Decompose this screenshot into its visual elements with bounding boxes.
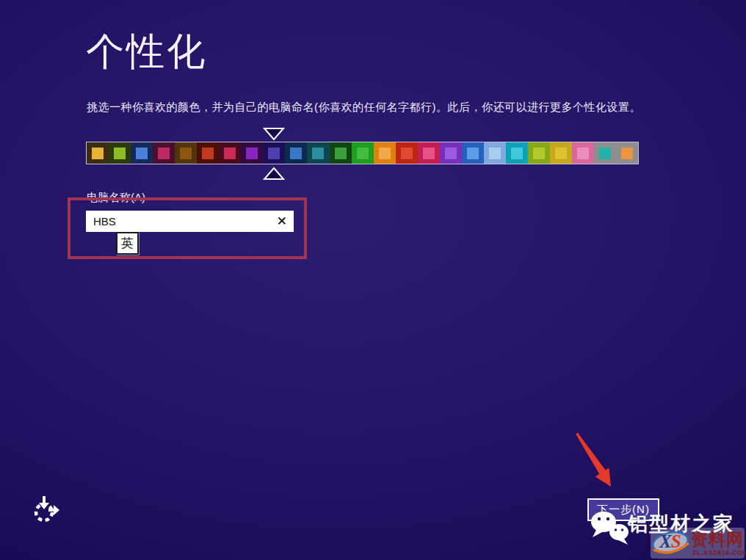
color-swatch-accent bbox=[445, 148, 457, 159]
color-swatch-accent bbox=[246, 148, 258, 159]
color-swatch-accent bbox=[577, 148, 589, 159]
color-swatch[interactable] bbox=[109, 142, 131, 164]
color-swatch-accent bbox=[401, 148, 413, 159]
color-swatch-accent bbox=[599, 148, 611, 159]
color-swatch[interactable] bbox=[374, 142, 396, 164]
color-swatch[interactable] bbox=[307, 142, 329, 164]
color-swatch[interactable] bbox=[484, 142, 506, 164]
color-swatch-accent bbox=[335, 148, 347, 159]
color-swatch-accent bbox=[92, 148, 104, 159]
ease-of-access-icon[interactable] bbox=[32, 495, 60, 525]
color-swatch-accent bbox=[136, 148, 148, 159]
color-swatch[interactable] bbox=[330, 142, 352, 164]
color-swatch-accent bbox=[290, 148, 302, 159]
color-swatch[interactable] bbox=[528, 142, 550, 164]
color-swatch-accent bbox=[202, 148, 214, 159]
color-swatch-accent bbox=[423, 148, 435, 159]
page-subtitle: 挑选一种你喜欢的颜色，并为自己的电脑命名(你喜欢的任何名字都行)。此后，你还可以… bbox=[87, 101, 641, 114]
color-swatch-accent bbox=[511, 148, 523, 159]
color-swatch-accent bbox=[555, 148, 567, 159]
color-swatch[interactable] bbox=[352, 142, 374, 164]
color-swatch[interactable] bbox=[396, 142, 418, 164]
color-swatch[interactable] bbox=[572, 142, 594, 164]
color-strip bbox=[86, 142, 639, 164]
color-swatch-accent bbox=[114, 148, 126, 159]
color-swatch-accent bbox=[533, 148, 545, 159]
color-swatch[interactable] bbox=[175, 142, 197, 164]
xs-logo-name: 资料网 bbox=[691, 528, 744, 551]
color-swatch-accent bbox=[224, 148, 236, 159]
ime-language-indicator[interactable]: 英 bbox=[116, 232, 139, 255]
color-swatch[interactable] bbox=[285, 142, 307, 164]
xs-logo-url: ZL.XS1616.COM bbox=[692, 549, 746, 556]
computer-name-label: 电脑名称(A) bbox=[87, 191, 145, 205]
color-swatch[interactable] bbox=[197, 142, 219, 164]
color-swatch-accent bbox=[312, 148, 324, 159]
color-swatch[interactable] bbox=[87, 142, 109, 164]
color-swatch[interactable] bbox=[153, 142, 175, 164]
personalize-setup-screen: 个性化 挑选一种你喜欢的颜色，并为自己的电脑命名(你喜欢的任何名字都行)。此后，… bbox=[0, 0, 746, 560]
color-swatch[interactable] bbox=[594, 142, 616, 164]
color-swatch[interactable] bbox=[440, 142, 462, 164]
selected-color-arrow-top-icon bbox=[263, 127, 285, 141]
color-swatch-accent bbox=[180, 148, 192, 159]
color-swatch[interactable] bbox=[462, 142, 484, 164]
color-swatch[interactable] bbox=[616, 142, 638, 164]
color-swatch[interactable] bbox=[550, 142, 572, 164]
xs-logo-letters: XS bbox=[659, 531, 681, 552]
computer-name-field-wrap: ✕ bbox=[86, 211, 294, 232]
selected-color-arrow-bottom-icon bbox=[263, 167, 285, 181]
color-swatch-accent bbox=[467, 148, 479, 159]
color-swatch-accent bbox=[489, 148, 501, 159]
color-swatch[interactable] bbox=[506, 142, 528, 164]
color-swatch[interactable] bbox=[131, 142, 153, 164]
color-swatch-accent bbox=[379, 148, 391, 159]
color-swatch[interactable] bbox=[219, 142, 241, 164]
color-swatch[interactable] bbox=[263, 142, 285, 164]
xs-site-logo: XS 资料网 ZL.XS1616.COM bbox=[651, 528, 745, 559]
color-swatch-accent bbox=[357, 148, 369, 159]
color-swatch-accent bbox=[621, 148, 633, 159]
clear-input-icon[interactable]: ✕ bbox=[277, 213, 287, 230]
wechat-icon bbox=[587, 509, 633, 549]
color-swatch-accent bbox=[158, 148, 170, 159]
computer-name-input[interactable] bbox=[86, 211, 262, 232]
color-swatch-accent bbox=[268, 148, 280, 159]
color-swatch[interactable] bbox=[241, 142, 263, 164]
annotation-arrow-icon bbox=[567, 429, 624, 497]
page-title: 个性化 bbox=[86, 26, 207, 78]
color-swatch[interactable] bbox=[418, 142, 440, 164]
